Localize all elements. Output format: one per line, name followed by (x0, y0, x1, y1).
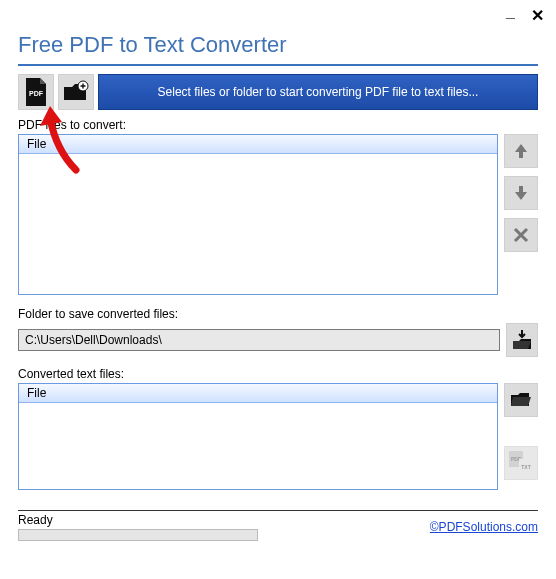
open-folder-button[interactable] (504, 383, 538, 417)
converted-files-list[interactable]: File (18, 383, 498, 490)
footer-divider (18, 510, 538, 511)
output-folder-input[interactable] (18, 329, 500, 351)
browse-output-folder-button[interactable] (506, 323, 538, 357)
vendor-link[interactable]: ©PDFSolutions.com (430, 520, 538, 534)
status-label: Ready (18, 513, 258, 527)
add-folder-button[interactable] (58, 74, 94, 110)
app-title: Free PDF to Text Converter (18, 32, 538, 58)
pdf-files-list[interactable]: File (18, 134, 498, 295)
move-up-button[interactable] (504, 134, 538, 168)
folder-plus-icon (63, 80, 89, 104)
folder-open-icon (510, 390, 532, 410)
converted-files-list-header: File (19, 384, 497, 403)
files-to-convert-label: PDF files to convert: (18, 118, 538, 132)
remove-button[interactable] (504, 218, 538, 252)
pdf-txt-icon: PDF TXT (508, 450, 534, 476)
title-divider (18, 64, 538, 66)
add-pdf-file-button[interactable]: PDF (18, 74, 54, 110)
folder-download-icon (511, 329, 533, 351)
toolbar: PDF Select files or folder to start conv… (18, 74, 538, 110)
pdf-files-list-header: File (19, 135, 497, 154)
arrow-up-icon (512, 142, 530, 160)
select-files-banner-text: Select files or folder to start converti… (158, 85, 479, 99)
close-icon (513, 227, 529, 243)
pdf-txt-button[interactable]: PDF TXT (504, 446, 538, 480)
pdf-file-icon: PDF (24, 78, 48, 106)
converted-files-label: Converted text files: (18, 367, 538, 381)
svg-text:TXT: TXT (521, 464, 530, 470)
close-button[interactable]: ✕ (531, 8, 544, 24)
folder-to-save-label: Folder to save converted files: (18, 307, 538, 321)
pdf-files-list-body (19, 154, 497, 294)
arrow-down-icon (512, 184, 530, 202)
minimize-button[interactable]: _ (506, 4, 515, 20)
move-down-button[interactable] (504, 176, 538, 210)
select-files-banner[interactable]: Select files or folder to start converti… (98, 74, 538, 110)
svg-text:PDF: PDF (29, 90, 44, 97)
progress-bar (18, 529, 258, 541)
converted-files-list-body (19, 403, 497, 489)
